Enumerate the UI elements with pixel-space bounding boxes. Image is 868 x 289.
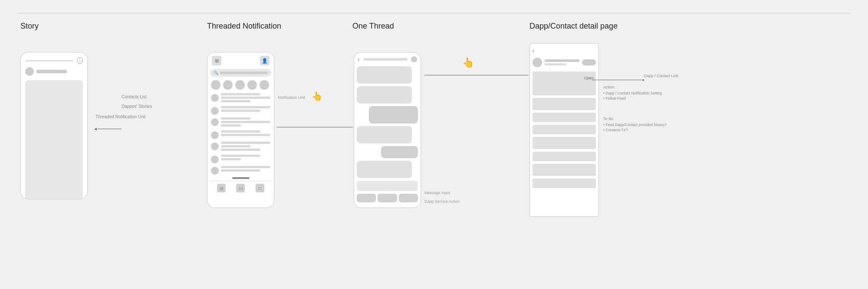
chat-bubble-5 bbox=[381, 146, 418, 158]
threaded-notification-unit-label: Threaded Notification Unit bbox=[95, 114, 146, 127]
left-arrowhead: ◄ bbox=[93, 127, 98, 131]
onethread-section-title: One Thread bbox=[352, 22, 394, 31]
grid-icon[interactable]: ⊞ bbox=[212, 56, 221, 65]
notif-avatar-6 bbox=[211, 156, 219, 163]
dapp-user-row bbox=[533, 58, 596, 67]
top-divider bbox=[17, 13, 851, 13]
notif-item-6 bbox=[210, 155, 271, 163]
avatar-1 bbox=[211, 80, 220, 90]
story-phone-frame: × bbox=[20, 52, 88, 199]
notif-avatar-3 bbox=[211, 118, 219, 126]
open-arrow: ► bbox=[592, 78, 645, 82]
notif-item-5 bbox=[210, 142, 271, 152]
message-input-label: Message Input bbox=[424, 191, 450, 195]
story-section-title: Story bbox=[20, 22, 39, 31]
search-icon: 🔍 bbox=[214, 71, 218, 75]
dapp-content-block-8 bbox=[533, 179, 596, 188]
dapp-content-block-5 bbox=[533, 137, 596, 149]
story-username-bar bbox=[36, 70, 67, 73]
notif-item-7 bbox=[210, 166, 271, 175]
notif-item-3 bbox=[210, 117, 271, 128]
service-btn-2[interactable] bbox=[378, 194, 397, 202]
dapp-sub-bar bbox=[545, 63, 566, 65]
dapp-content-block-4 bbox=[533, 125, 596, 134]
story-user-avatar bbox=[25, 67, 34, 76]
search-bar-placeholder bbox=[220, 71, 268, 74]
notif-line bbox=[221, 100, 250, 102]
thread-options-icon[interactable] bbox=[411, 56, 417, 62]
notif-line bbox=[221, 106, 270, 108]
dapp-action-button[interactable] bbox=[582, 59, 596, 65]
dapp-section-title: Dapp/Contact detail page bbox=[529, 22, 618, 31]
notif-line bbox=[221, 145, 250, 147]
story-close-button[interactable]: × bbox=[77, 58, 83, 64]
dapp-user-avatar bbox=[533, 58, 542, 67]
notif-line bbox=[221, 130, 260, 133]
chat-nav-icon[interactable]: □ bbox=[256, 184, 264, 192]
arrow-line bbox=[277, 127, 353, 127]
chat-bubble-4 bbox=[357, 126, 412, 143]
compass-nav-icon[interactable]: ◎ bbox=[217, 184, 226, 192]
notif-avatar-1 bbox=[211, 94, 219, 102]
action-annotation: Action: • Dapp / Contact Notification Se… bbox=[603, 84, 662, 101]
bottom-nav: ◎ ▭ □ bbox=[210, 181, 271, 194]
notif-line bbox=[221, 142, 270, 144]
notif-avatar-7 bbox=[211, 167, 219, 175]
left-arrow-line bbox=[98, 129, 122, 129]
dapp-content-block-3 bbox=[533, 113, 596, 122]
notif-line bbox=[221, 169, 260, 172]
profile-icon[interactable]: 👤 bbox=[260, 56, 270, 65]
notif-line bbox=[221, 155, 260, 157]
thread-title-bar bbox=[363, 58, 408, 61]
dapp-content-block-7 bbox=[533, 164, 596, 176]
avatar-row bbox=[210, 80, 271, 90]
threaded-section-title: Threaded Notification bbox=[207, 22, 281, 31]
onethread-phone-frame: ‹ bbox=[354, 52, 421, 208]
notif-line bbox=[221, 97, 270, 99]
threaded-phone-frame: ⊞ 👤 🔍 bbox=[207, 52, 274, 208]
dapp-back-icon[interactable]: ‹ bbox=[533, 47, 535, 54]
notif-line bbox=[221, 93, 260, 95]
service-actions bbox=[357, 194, 418, 202]
notif-avatar-5 bbox=[211, 143, 219, 150]
dapp-service-action-label: Dapp Service Action bbox=[424, 199, 460, 204]
wallet-nav-icon[interactable]: ▭ bbox=[236, 184, 245, 192]
notif-line bbox=[221, 158, 241, 160]
chat-bubble-6 bbox=[357, 161, 412, 178]
message-input-area[interactable] bbox=[357, 181, 418, 191]
dapp-content-block-6 bbox=[533, 152, 596, 161]
avatar-4 bbox=[247, 80, 257, 90]
avatar-3 bbox=[235, 80, 245, 90]
notif-line bbox=[221, 166, 270, 168]
notif-line bbox=[221, 110, 260, 112]
notif-line bbox=[221, 134, 270, 136]
arrow-line-2 bbox=[424, 75, 529, 75]
story-progress-bar bbox=[25, 60, 73, 62]
service-btn-1[interactable] bbox=[357, 194, 376, 202]
notif-line bbox=[221, 121, 270, 123]
todo-annotation: To do: • Feed Dapp/Contact provided hist… bbox=[603, 116, 667, 133]
chat-bubble-3 bbox=[369, 106, 418, 123]
back-arrow-icon[interactable]: ‹ bbox=[358, 56, 360, 63]
notif-line bbox=[221, 117, 250, 120]
notif-item-4 bbox=[210, 130, 271, 139]
notif-item-1 bbox=[210, 93, 271, 104]
chat-bubble-2 bbox=[357, 86, 412, 104]
story-back-arrow: ◄ bbox=[93, 127, 122, 131]
threaded-search-bar[interactable]: 🔍 bbox=[210, 69, 271, 77]
dapp-contact-link-label: Dapp / Contact Link bbox=[644, 74, 678, 78]
service-btn-3[interactable] bbox=[399, 194, 418, 202]
touch-cursor-icon-2: 👆 bbox=[462, 57, 474, 68]
notif-line bbox=[221, 149, 260, 151]
notif-avatar-2 bbox=[211, 107, 219, 115]
notif-line bbox=[221, 124, 241, 127]
chat-bubble-1 bbox=[357, 66, 412, 84]
dapp-content-block-2 bbox=[533, 98, 596, 110]
dapp-name-bar bbox=[545, 59, 579, 62]
dapp-content-block-1 bbox=[533, 71, 596, 95]
avatar-2 bbox=[223, 80, 233, 90]
notif-item-2 bbox=[210, 106, 271, 115]
threaded-to-onethread-arrow: ► bbox=[277, 125, 357, 130]
touch-cursor-icon-1: 👆 bbox=[312, 91, 322, 101]
notification-unit-label: Notification Unit bbox=[278, 95, 305, 100]
